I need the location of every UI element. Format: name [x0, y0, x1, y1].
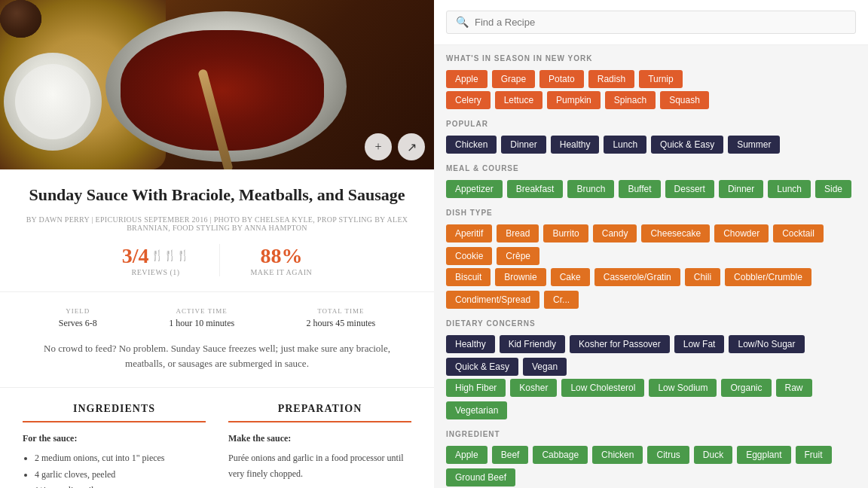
tag-dinner[interactable]: Dinner: [501, 136, 546, 154]
tag-cabbage[interactable]: Cabbage: [533, 446, 588, 464]
tag-condiment[interactable]: Condiment/Spread: [446, 291, 539, 309]
tag-chowder[interactable]: Chowder: [714, 224, 769, 242]
tag-citrus[interactable]: Citrus: [647, 446, 689, 464]
tag-bread[interactable]: Bread: [497, 224, 539, 242]
make-it-again-label: MAKE IT AGAIN: [250, 268, 312, 276]
tag-potato[interactable]: Potato: [539, 70, 584, 88]
tag-squash[interactable]: Squash: [660, 91, 709, 109]
tag-buffet[interactable]: Buffet: [619, 180, 660, 198]
tag-low-cholesterol[interactable]: Low Cholesterol: [561, 379, 644, 397]
make-it-again-score: 88%: [250, 244, 312, 268]
tag-grape[interactable]: Grape: [492, 70, 535, 88]
tag-kid-friendly[interactable]: Kid Friendly: [500, 335, 565, 353]
recipe-description: No crowd to feed? No problem. Sunday Sau…: [23, 341, 411, 373]
tag-cobbler-crumble[interactable]: Cobbler/Crumble: [725, 268, 811, 286]
tag-lettuce[interactable]: Lettuce: [495, 91, 542, 109]
tag-low-sodium[interactable]: Low Sodium: [649, 379, 717, 397]
list-item: 4 garlic cloves, peeled: [35, 467, 206, 483]
tag-quick-easy-diet[interactable]: Quick & Easy: [446, 358, 518, 376]
tag-kosher[interactable]: Kosher: [510, 379, 557, 397]
tag-low-fat[interactable]: Low Fat: [674, 335, 725, 353]
tag-raw[interactable]: Raw: [776, 379, 812, 397]
tag-lunch-meal[interactable]: Lunch: [768, 180, 811, 198]
tag-cocktail[interactable]: Cocktail: [773, 224, 824, 242]
tag-casserole[interactable]: Casserole/Gratin: [594, 268, 680, 286]
meal-course-block: MEAL & COURSE Appetizer Breakfast Brunch…: [446, 164, 856, 198]
tag-duck[interactable]: Duck: [694, 446, 732, 464]
tag-candy[interactable]: Candy: [593, 224, 637, 242]
tag-organic[interactable]: Organic: [721, 379, 771, 397]
preparation-column: PREPARATION Make the sauce: Purée onions…: [228, 403, 411, 488]
tag-radish[interactable]: Radish: [588, 70, 634, 88]
tag-cheesecake[interactable]: Cheesecake: [641, 224, 710, 242]
search-input[interactable]: [475, 17, 846, 28]
list-item: 2 medium onions, cut into 1" pieces: [35, 450, 206, 467]
active-time-item: ACTIVE TIME 1 hour 10 minutes: [169, 307, 234, 329]
tag-vegan[interactable]: Vegan: [523, 358, 567, 376]
tag-biscuit[interactable]: Biscuit: [446, 268, 491, 286]
tag-healthy[interactable]: Healthy: [551, 136, 600, 154]
rating-block: 3/4 🍴🍴🍴 REVIEWS (1): [122, 244, 190, 276]
total-time-label: TOTAL TIME: [307, 307, 376, 315]
tag-chili[interactable]: Chili: [685, 268, 720, 286]
recipe-info: Sunday Sauce With Braciole, Meatballs, a…: [0, 169, 434, 292]
ingredient-heading: INGREDIENT: [446, 430, 856, 438]
list-item: 1/4 cup olive oil: [35, 483, 206, 488]
dish-tags-row-1: Aperitif Bread Burrito Candy Cheesecake …: [446, 224, 856, 265]
fork-icon: 🍴🍴🍴: [151, 249, 189, 262]
tag-cake[interactable]: Cake: [551, 268, 590, 286]
tag-vegetarian[interactable]: Vegetarian: [446, 401, 507, 419]
tag-breakfast[interactable]: Breakfast: [507, 180, 564, 198]
preparation-heading: PREPARATION: [228, 403, 411, 422]
tag-aperitif[interactable]: Aperitif: [446, 224, 492, 242]
tag-chicken[interactable]: Chicken: [446, 136, 497, 154]
tag-summer[interactable]: Summer: [728, 136, 780, 154]
popular-heading: POPULAR: [446, 120, 856, 128]
tag-cr-more[interactable]: Cr...: [544, 291, 579, 309]
tag-low-no-sugar[interactable]: Low/No Sugar: [729, 335, 804, 353]
tag-crepe[interactable]: Crêpe: [497, 247, 539, 265]
ingredient-block: INGREDIENT Apple Beef Cabbage Chicken Ci…: [446, 430, 856, 488]
tag-appetizer[interactable]: Appetizer: [446, 180, 503, 198]
meal-tags-row: Appetizer Breakfast Brunch Buffet Desser…: [446, 180, 856, 198]
tag-apple[interactable]: Apple: [446, 70, 487, 88]
yield-item: YIELD Serves 6-8: [59, 307, 97, 329]
right-panel: 🔍 WHAT'S IN SEASON IN NEW YORK Apple Gra…: [434, 0, 868, 488]
tag-pumpkin[interactable]: Pumpkin: [547, 91, 601, 109]
recipe-details: YIELD Serves 6-8 ACTIVE TIME 1 hour 10 m…: [0, 292, 434, 389]
tag-eggplant[interactable]: Eggplant: [737, 446, 790, 464]
dietary-tags-row-1: Healthy Kid Friendly Kosher for Passover…: [446, 335, 856, 376]
tag-burrito[interactable]: Burrito: [543, 224, 588, 242]
tag-spinach[interactable]: Spinach: [605, 91, 656, 109]
tag-cookie[interactable]: Cookie: [446, 247, 492, 265]
tag-chicken-ing[interactable]: Chicken: [592, 446, 643, 464]
reviews-label: REVIEWS (1): [122, 268, 190, 276]
tag-high-fiber[interactable]: High Fiber: [446, 379, 506, 397]
tag-dinner-meal[interactable]: Dinner: [719, 180, 763, 198]
tag-quick-easy[interactable]: Quick & Easy: [651, 136, 723, 154]
tag-turnip[interactable]: Turnip: [639, 70, 683, 88]
tag-brunch[interactable]: Brunch: [567, 180, 614, 198]
dietary-block: DIETARY CONCERNS Healthy Kid Friendly Ko…: [446, 319, 856, 419]
tag-healthy-diet[interactable]: Healthy: [446, 335, 495, 353]
tag-apple-ing[interactable]: Apple: [446, 446, 487, 464]
tag-side[interactable]: Side: [815, 180, 851, 198]
tag-brownie[interactable]: Brownie: [495, 268, 546, 286]
tag-ground-beef[interactable]: Ground Beef: [446, 468, 515, 486]
make-it-again-block: 88% MAKE IT AGAIN: [250, 244, 312, 276]
hero-image: + ↗: [0, 0, 434, 169]
for-the-sauce-heading: For the sauce:: [23, 433, 206, 444]
food-bowl-inner: [15, 64, 90, 139]
tag-celery[interactable]: Celery: [446, 91, 491, 109]
recipe-body: INGREDIENTS For the sauce: 2 medium onio…: [0, 388, 434, 488]
search-icon: 🔍: [456, 16, 469, 29]
tag-fruit[interactable]: Fruit: [796, 446, 832, 464]
tag-kosher-passover[interactable]: Kosher for Passover: [570, 335, 670, 353]
tag-dessert[interactable]: Dessert: [665, 180, 714, 198]
recipe-title: Sunday Sauce With Braciole, Meatballs, a…: [23, 185, 411, 206]
search-input-wrapper[interactable]: 🔍: [446, 11, 856, 34]
tag-beef[interactable]: Beef: [492, 446, 529, 464]
add-button[interactable]: +: [365, 133, 392, 160]
share-button[interactable]: ↗: [398, 133, 425, 160]
tag-lunch[interactable]: Lunch: [604, 136, 646, 154]
